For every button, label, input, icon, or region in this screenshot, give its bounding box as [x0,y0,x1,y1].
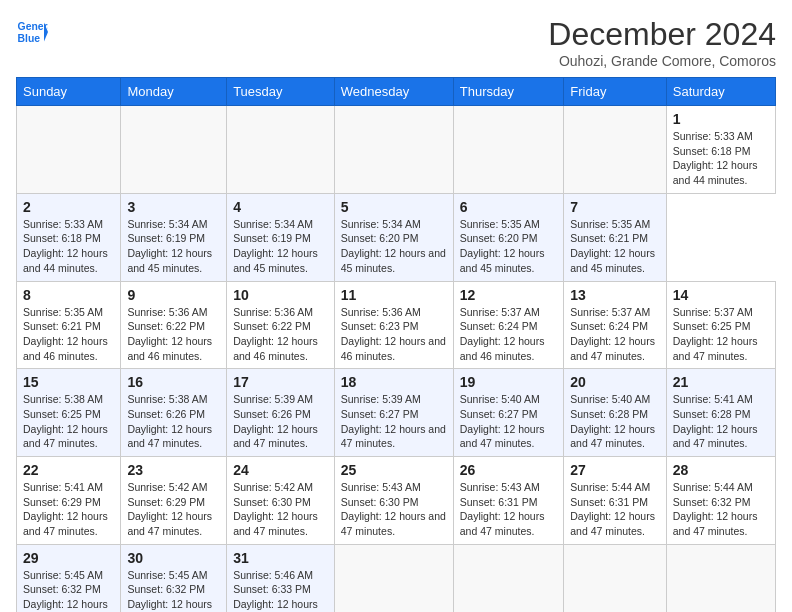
day-info: Sunrise: 5:34 AMSunset: 6:19 PMDaylight:… [233,217,328,276]
day-info: Sunrise: 5:40 AMSunset: 6:28 PMDaylight:… [570,392,659,451]
calendar-cell [453,544,563,612]
calendar-cell: 7Sunrise: 5:35 AMSunset: 6:21 PMDaylight… [564,193,666,281]
calendar-cell: 26Sunrise: 5:43 AMSunset: 6:31 PMDayligh… [453,457,563,545]
calendar-cell: 27Sunrise: 5:44 AMSunset: 6:31 PMDayligh… [564,457,666,545]
calendar-week-row: 2Sunrise: 5:33 AMSunset: 6:18 PMDaylight… [17,193,776,281]
weekday-header-wednesday: Wednesday [334,78,453,106]
calendar-cell: 22Sunrise: 5:41 AMSunset: 6:29 PMDayligh… [17,457,121,545]
day-number: 3 [127,199,220,215]
svg-text:General: General [18,21,48,32]
day-number: 19 [460,374,557,390]
calendar-cell: 4Sunrise: 5:34 AMSunset: 6:19 PMDaylight… [227,193,335,281]
day-number: 1 [673,111,769,127]
calendar-cell [334,106,453,194]
calendar-cell: 10Sunrise: 5:36 AMSunset: 6:22 PMDayligh… [227,281,335,369]
calendar-cell: 13Sunrise: 5:37 AMSunset: 6:24 PMDayligh… [564,281,666,369]
day-info: Sunrise: 5:38 AMSunset: 6:25 PMDaylight:… [23,392,114,451]
day-info: Sunrise: 5:37 AMSunset: 6:24 PMDaylight:… [460,305,557,364]
calendar-table: SundayMondayTuesdayWednesdayThursdayFrid… [16,77,776,612]
day-info: Sunrise: 5:44 AMSunset: 6:31 PMDaylight:… [570,480,659,539]
day-info: Sunrise: 5:33 AMSunset: 6:18 PMDaylight:… [23,217,114,276]
day-number: 24 [233,462,328,478]
day-info: Sunrise: 5:43 AMSunset: 6:31 PMDaylight:… [460,480,557,539]
calendar-cell: 6Sunrise: 5:35 AMSunset: 6:20 PMDaylight… [453,193,563,281]
weekday-header-saturday: Saturday [666,78,775,106]
calendar-cell: 31Sunrise: 5:46 AMSunset: 6:33 PMDayligh… [227,544,335,612]
page-header: General Blue December 2024 Ouhozi, Grand… [16,16,776,69]
calendar-cell: 19Sunrise: 5:40 AMSunset: 6:27 PMDayligh… [453,369,563,457]
day-info: Sunrise: 5:44 AMSunset: 6:32 PMDaylight:… [673,480,769,539]
day-number: 23 [127,462,220,478]
day-number: 10 [233,287,328,303]
calendar-cell [564,544,666,612]
calendar-cell: 18Sunrise: 5:39 AMSunset: 6:27 PMDayligh… [334,369,453,457]
day-number: 17 [233,374,328,390]
subtitle: Ouhozi, Grande Comore, Comoros [548,53,776,69]
day-number: 2 [23,199,114,215]
calendar-cell [564,106,666,194]
day-number: 22 [23,462,114,478]
day-number: 25 [341,462,447,478]
day-info: Sunrise: 5:45 AMSunset: 6:32 PMDaylight:… [23,568,114,612]
calendar-cell: 3Sunrise: 5:34 AMSunset: 6:19 PMDaylight… [121,193,227,281]
calendar-cell [334,544,453,612]
day-info: Sunrise: 5:46 AMSunset: 6:33 PMDaylight:… [233,568,328,612]
day-number: 8 [23,287,114,303]
calendar-week-row: 15Sunrise: 5:38 AMSunset: 6:25 PMDayligh… [17,369,776,457]
day-number: 15 [23,374,114,390]
day-number: 14 [673,287,769,303]
day-number: 28 [673,462,769,478]
weekday-header-tuesday: Tuesday [227,78,335,106]
day-number: 13 [570,287,659,303]
calendar-week-row: 8Sunrise: 5:35 AMSunset: 6:21 PMDaylight… [17,281,776,369]
calendar-cell: 5Sunrise: 5:34 AMSunset: 6:20 PMDaylight… [334,193,453,281]
title-area: December 2024 Ouhozi, Grande Comore, Com… [548,16,776,69]
day-number: 6 [460,199,557,215]
calendar-week-row: 22Sunrise: 5:41 AMSunset: 6:29 PMDayligh… [17,457,776,545]
calendar-cell: 21Sunrise: 5:41 AMSunset: 6:28 PMDayligh… [666,369,775,457]
calendar-cell: 11Sunrise: 5:36 AMSunset: 6:23 PMDayligh… [334,281,453,369]
calendar-cell: 29Sunrise: 5:45 AMSunset: 6:32 PMDayligh… [17,544,121,612]
day-number: 21 [673,374,769,390]
page-title: December 2024 [548,16,776,53]
calendar-cell: 12Sunrise: 5:37 AMSunset: 6:24 PMDayligh… [453,281,563,369]
day-info: Sunrise: 5:34 AMSunset: 6:20 PMDaylight:… [341,217,447,276]
calendar-cell: 1Sunrise: 5:33 AMSunset: 6:18 PMDaylight… [666,106,775,194]
day-info: Sunrise: 5:37 AMSunset: 6:25 PMDaylight:… [673,305,769,364]
calendar-week-row: 29Sunrise: 5:45 AMSunset: 6:32 PMDayligh… [17,544,776,612]
calendar-cell: 28Sunrise: 5:44 AMSunset: 6:32 PMDayligh… [666,457,775,545]
calendar-cell: 16Sunrise: 5:38 AMSunset: 6:26 PMDayligh… [121,369,227,457]
day-info: Sunrise: 5:41 AMSunset: 6:29 PMDaylight:… [23,480,114,539]
day-info: Sunrise: 5:42 AMSunset: 6:30 PMDaylight:… [233,480,328,539]
weekday-header-monday: Monday [121,78,227,106]
day-number: 26 [460,462,557,478]
calendar-cell: 25Sunrise: 5:43 AMSunset: 6:30 PMDayligh… [334,457,453,545]
day-number: 27 [570,462,659,478]
day-info: Sunrise: 5:35 AMSunset: 6:21 PMDaylight:… [23,305,114,364]
day-info: Sunrise: 5:36 AMSunset: 6:22 PMDaylight:… [233,305,328,364]
day-info: Sunrise: 5:41 AMSunset: 6:28 PMDaylight:… [673,392,769,451]
day-number: 30 [127,550,220,566]
day-number: 18 [341,374,447,390]
weekday-header-friday: Friday [564,78,666,106]
calendar-cell [121,106,227,194]
day-info: Sunrise: 5:36 AMSunset: 6:22 PMDaylight:… [127,305,220,364]
day-number: 5 [341,199,447,215]
day-number: 29 [23,550,114,566]
calendar-cell: 9Sunrise: 5:36 AMSunset: 6:22 PMDaylight… [121,281,227,369]
calendar-cell: 14Sunrise: 5:37 AMSunset: 6:25 PMDayligh… [666,281,775,369]
day-info: Sunrise: 5:37 AMSunset: 6:24 PMDaylight:… [570,305,659,364]
day-info: Sunrise: 5:42 AMSunset: 6:29 PMDaylight:… [127,480,220,539]
day-number: 9 [127,287,220,303]
logo-icon: General Blue [16,16,48,48]
day-info: Sunrise: 5:43 AMSunset: 6:30 PMDaylight:… [341,480,447,539]
day-number: 16 [127,374,220,390]
calendar-cell: 20Sunrise: 5:40 AMSunset: 6:28 PMDayligh… [564,369,666,457]
calendar-cell: 2Sunrise: 5:33 AMSunset: 6:18 PMDaylight… [17,193,121,281]
day-info: Sunrise: 5:36 AMSunset: 6:23 PMDaylight:… [341,305,447,364]
weekday-header-sunday: Sunday [17,78,121,106]
weekday-header-row: SundayMondayTuesdayWednesdayThursdayFrid… [17,78,776,106]
day-info: Sunrise: 5:34 AMSunset: 6:19 PMDaylight:… [127,217,220,276]
calendar-cell: 30Sunrise: 5:45 AMSunset: 6:32 PMDayligh… [121,544,227,612]
calendar-cell: 15Sunrise: 5:38 AMSunset: 6:25 PMDayligh… [17,369,121,457]
